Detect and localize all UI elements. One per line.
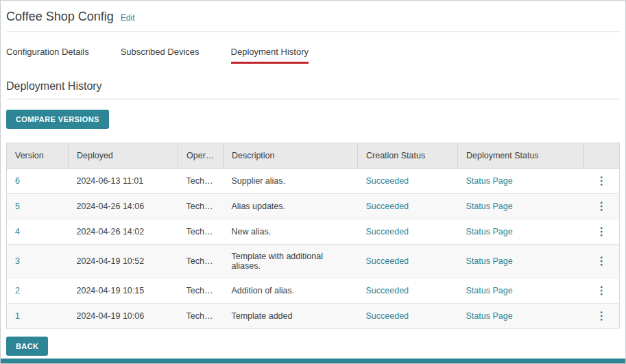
operator-cell: Tech… xyxy=(178,219,224,245)
status-page-link[interactable]: Status Page xyxy=(466,227,513,236)
table-row: 3 2024-04-19 10:52 Tech… Template with a… xyxy=(7,245,620,278)
row-actions-kebab-icon[interactable]: ⋮ xyxy=(596,285,607,296)
version-link[interactable]: 6 xyxy=(15,176,20,186)
section-divider xyxy=(6,99,620,99)
deployed-cell: 2024-04-19 10:52 xyxy=(69,245,178,278)
compare-versions-button[interactable]: COMPARE VERSIONS xyxy=(6,110,109,129)
col-header-description: Description xyxy=(224,143,358,169)
creation-status-badge: Succeeded xyxy=(358,219,458,245)
table-header: Version Deployed Oper… Description Creat… xyxy=(7,143,620,169)
creation-status-badge: Succeeded xyxy=(358,304,458,329)
description-cell: Supplier alias. xyxy=(224,169,358,194)
status-page-link[interactable]: Status Page xyxy=(466,176,513,186)
row-actions-kebab-icon[interactable]: ⋮ xyxy=(596,175,607,186)
version-link[interactable]: 1 xyxy=(15,311,20,321)
back-button[interactable]: BACK xyxy=(6,337,48,356)
row-actions-kebab-icon[interactable]: ⋮ xyxy=(596,201,607,212)
deployed-cell: 2024-04-26 14:06 xyxy=(69,194,178,219)
description-cell: Alias updates. xyxy=(224,194,358,219)
deployment-history-table: Version Deployed Oper… Description Creat… xyxy=(6,143,620,329)
bottom-accent-bar xyxy=(1,359,625,363)
status-page-link[interactable]: Status Page xyxy=(466,256,513,266)
creation-status-badge: Succeeded xyxy=(358,169,458,194)
header-divider xyxy=(6,32,620,32)
version-link[interactable]: 2 xyxy=(15,286,20,295)
description-cell: Template with additional aliases. xyxy=(224,245,358,278)
status-page-link[interactable]: Status Page xyxy=(466,311,513,321)
tab-configuration-details[interactable]: Configuration Details xyxy=(6,47,89,64)
col-header-operator: Oper… xyxy=(178,143,224,169)
creation-status-badge: Succeeded xyxy=(358,245,458,278)
operator-cell: Tech… xyxy=(178,169,224,194)
description-cell: Template added xyxy=(224,304,358,329)
deployed-cell: 2024-04-19 10:15 xyxy=(69,278,178,304)
col-header-deployment-status: Deployment Status xyxy=(458,143,584,169)
row-actions-kebab-icon[interactable]: ⋮ xyxy=(596,311,607,321)
version-link[interactable]: 5 xyxy=(15,202,20,211)
version-link[interactable]: 3 xyxy=(15,256,20,266)
col-header-deployed: Deployed xyxy=(69,143,178,169)
table-row: 2 2024-04-19 10:15 Tech… Addition of ali… xyxy=(7,278,620,304)
status-page-link[interactable]: Status Page xyxy=(466,286,513,295)
table-row: 5 2024-04-26 14:06 Tech… Alias updates. … xyxy=(7,194,620,219)
config-detail-page: Coffee Shop Config Edit Configuration De… xyxy=(0,0,626,364)
deployed-cell: 2024-04-19 10:06 xyxy=(69,304,178,329)
table-row: 6 2024-06-13 11:01 Tech… Supplier alias.… xyxy=(7,169,620,194)
page-title: Coffee Shop Config xyxy=(6,10,114,24)
deployed-cell: 2024-06-13 11:01 xyxy=(69,169,178,194)
tab-subscribed-devices[interactable]: Subscribed Devices xyxy=(121,47,200,64)
table-body: 6 2024-06-13 11:01 Tech… Supplier alias.… xyxy=(7,169,620,329)
row-actions-kebab-icon[interactable]: ⋮ xyxy=(596,256,607,267)
section-title: Deployment History xyxy=(6,80,620,93)
row-actions-kebab-icon[interactable]: ⋮ xyxy=(596,226,607,237)
table-row: 1 2024-04-19 10:06 Tech… Template added … xyxy=(7,304,620,329)
table-row: 4 2024-04-26 14:02 Tech… New alias. Succ… xyxy=(7,219,620,245)
tab-deployment-history[interactable]: Deployment History xyxy=(231,47,309,64)
col-header-creation-status: Creation Status xyxy=(358,143,458,169)
status-page-link[interactable]: Status Page xyxy=(466,202,513,211)
tab-bar: Configuration Details Subscribed Devices… xyxy=(6,47,620,64)
col-header-version: Version xyxy=(7,143,69,169)
description-cell: Addition of alias. xyxy=(224,278,358,304)
operator-cell: Tech… xyxy=(178,278,224,304)
version-link[interactable]: 4 xyxy=(15,227,20,236)
description-cell: New alias. xyxy=(224,219,358,245)
deployed-cell: 2024-04-26 14:02 xyxy=(69,219,178,245)
edit-link[interactable]: Edit xyxy=(121,13,135,23)
creation-status-badge: Succeeded xyxy=(358,194,458,219)
operator-cell: Tech… xyxy=(178,304,224,329)
page-header: Coffee Shop Config Edit xyxy=(6,1,620,24)
creation-status-badge: Succeeded xyxy=(358,278,458,304)
operator-cell: Tech… xyxy=(178,245,224,278)
col-header-actions xyxy=(584,143,620,169)
operator-cell: Tech… xyxy=(178,194,224,219)
